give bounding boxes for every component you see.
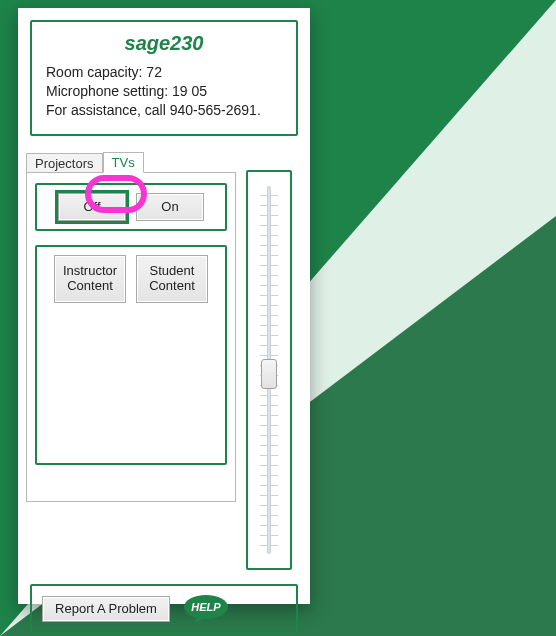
tab-tvs[interactable]: TVs (103, 152, 144, 173)
footer-box: Report A Problem HELP (30, 584, 298, 634)
slider-thumb[interactable] (261, 359, 277, 389)
source-group: Instructor Content Student Content (35, 245, 227, 465)
off-button[interactable]: Off (58, 193, 126, 221)
help-button[interactable]: HELP (182, 594, 230, 624)
student-content-button[interactable]: Student Content (136, 255, 208, 303)
instructor-content-button[interactable]: Instructor Content (54, 255, 126, 303)
tab-body: Off On Instructor Content Student Conten… (26, 172, 236, 502)
volume-slider[interactable] (260, 186, 278, 554)
report-problem-button[interactable]: Report A Problem (42, 596, 170, 622)
room-title: sage230 (40, 32, 288, 55)
tabs-column: Projectors TVs Off On Instructor Content… (26, 150, 236, 550)
tab-strip: Projectors TVs (26, 150, 236, 172)
volume-slider-box (246, 170, 292, 570)
body-row: Projectors TVs Off On Instructor Content… (26, 150, 302, 550)
capacity-line: Room capacity: 72 (46, 63, 282, 82)
assist-line: For assistance, call 940-565-2691. (46, 101, 282, 120)
on-button[interactable]: On (136, 193, 204, 221)
slider-column (236, 150, 302, 550)
power-group: Off On (35, 183, 227, 231)
room-info: Room capacity: 72 Microphone setting: 19… (40, 63, 288, 120)
help-label: HELP (191, 601, 221, 613)
tab-projectors[interactable]: Projectors (26, 153, 103, 173)
speech-bubble-icon: HELP (182, 594, 230, 624)
mic-line: Microphone setting: 19 05 (46, 82, 282, 101)
header-box: sage230 Room capacity: 72 Microphone set… (30, 20, 298, 136)
control-panel: sage230 Room capacity: 72 Microphone set… (18, 8, 310, 604)
